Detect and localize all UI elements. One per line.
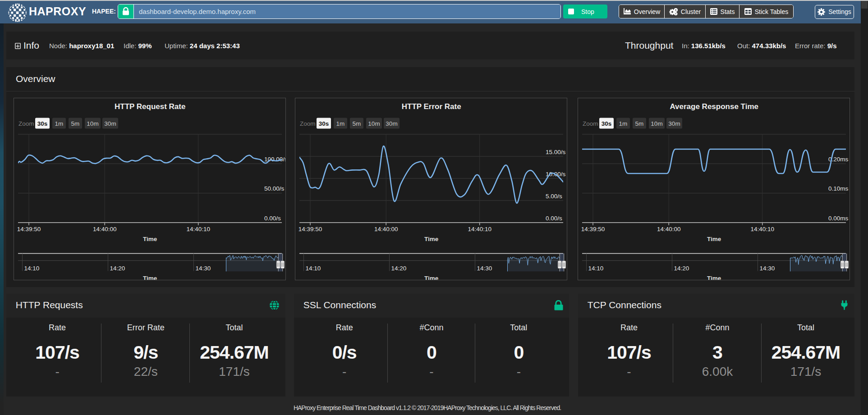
svg-text:30s: 30s [37,120,48,127]
svg-text:14:40:00: 14:40:00 [93,226,117,233]
svg-text:Time: Time [424,236,439,242]
svg-text:HTTP Error Rate: HTTP Error Rate [402,102,461,111]
svg-text:14:39:50: 14:39:50 [17,226,41,233]
svg-text:Time: Time [143,275,157,280]
svg-text:5m: 5m [353,120,361,127]
svg-text:14:20: 14:20 [674,265,689,272]
svg-text:1m: 1m [336,120,345,127]
svg-text:14:40:00: 14:40:00 [374,226,398,233]
svg-text:HTTP Request Rate: HTTP Request Rate [115,102,185,111]
svg-text:15.00/s: 15.00/s [546,149,566,155]
svg-text:14:30: 14:30 [196,265,211,272]
svg-text:Zoom: Zoom [583,120,598,127]
svg-text:10m: 10m [368,120,380,127]
svg-text:14:40:10: 14:40:10 [186,226,210,233]
svg-text:Zoom: Zoom [300,120,316,127]
svg-text:14:30: 14:30 [760,265,775,272]
svg-text:1m: 1m [55,120,64,127]
svg-text:30m: 30m [386,120,397,127]
svg-text:0.00/s: 0.00/s [264,215,281,222]
svg-text:5m: 5m [71,120,80,127]
svg-text:10m: 10m [87,120,98,127]
svg-text:14:30: 14:30 [477,265,492,272]
svg-text:Time: Time [424,275,439,280]
svg-text:14:39:50: 14:39:50 [581,226,605,233]
svg-text:50.00/s: 50.00/s [264,185,285,192]
svg-text:30s: 30s [319,120,329,127]
svg-text:30s: 30s [602,120,612,127]
svg-text:14:20: 14:20 [391,265,407,272]
svg-text:0.10ms: 0.10ms [828,185,849,192]
svg-text:5.00/s: 5.00/s [546,193,562,200]
svg-text:14:10: 14:10 [588,265,604,272]
svg-text:10m: 10m [651,120,662,127]
svg-text:14:10: 14:10 [24,265,40,272]
svg-text:14:39:50: 14:39:50 [299,226,322,233]
svg-text:30m: 30m [668,120,680,127]
svg-text:Time: Time [143,236,157,242]
svg-text:Zoom: Zoom [18,120,34,127]
svg-text:14:20: 14:20 [110,265,125,272]
svg-text:0.00/s: 0.00/s [546,215,562,222]
svg-text:14:40:10: 14:40:10 [468,226,491,233]
svg-text:Time: Time [707,236,721,242]
svg-text:1m: 1m [619,120,628,127]
svg-text:Average Response Time: Average Response Time [670,102,758,111]
svg-text:Time: Time [707,275,721,280]
svg-text:14:40:10: 14:40:10 [750,226,774,233]
svg-text:14:10: 14:10 [306,265,321,272]
svg-text:0.00ms: 0.00ms [828,215,849,222]
svg-text:14:40:00: 14:40:00 [657,226,681,233]
svg-text:5m: 5m [635,120,644,127]
svg-text:30m: 30m [104,120,116,127]
